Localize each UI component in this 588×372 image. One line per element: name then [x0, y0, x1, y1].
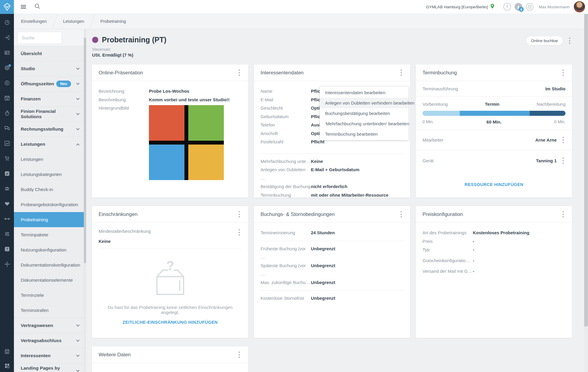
sidebar-scrollbar-thumb[interactable] [84, 38, 86, 263]
breadcrumb-einstellungen[interactable]: Einstellungen [21, 19, 47, 24]
sidebar-item-interessenten[interactable]: Interessenten [14, 348, 84, 363]
help-square-icon[interactable]: ? [4, 246, 10, 252]
chat-icon[interactable] [4, 126, 10, 131]
mitarbeiter-kebab[interactable] [561, 136, 565, 144]
menu-toggle-button[interactable] [21, 4, 26, 9]
sidebar-item-buddy-checkin[interactable]: Buddy Check-in [14, 182, 84, 197]
min-age-value: Keine [99, 239, 242, 244]
menu-item-buchungsbestaetigung-bearbeiten[interactable]: Buchungsbestätigung bearbeiten [320, 108, 409, 118]
phase-bar-termin [460, 111, 530, 116]
sidebar-item-probetraining[interactable]: Probetraining [14, 212, 84, 227]
min-age-label: Mindestalterbeschränkung [99, 229, 151, 234]
community-icon[interactable] [4, 186, 10, 191]
download-updates-icon[interactable]: 4 [515, 3, 522, 11]
sidebar-item-dokumentationselemente[interactable]: Dokumentationselemente [14, 272, 84, 288]
sidebar-item-rechnungsstellung[interactable]: Rechnungsstellung [14, 121, 84, 137]
page-kebab-menu[interactable] [567, 37, 572, 44]
sidebar-search-wrap [14, 29, 84, 46]
sidebar-item-oeffnungszeiten[interactable]: ÖffnungszeitenNeu [14, 76, 84, 91]
member-card-icon[interactable] [4, 50, 10, 55]
buchung-kebab[interactable] [399, 211, 404, 218]
configuration-sliders-icon[interactable] [4, 231, 10, 237]
chevron-down-icon [76, 81, 79, 85]
neu-badge: Neu [56, 81, 71, 87]
interessentendaten-context-menu: Interessentendaten bearbeiten Anlegen vo… [320, 86, 409, 140]
tasks-icon[interactable] [4, 171, 10, 176]
empty-restrictions-text: Du hast für das Probetraining keine zeit… [99, 305, 242, 315]
sidebar-item-nutzungskonfiguration[interactable]: Nutzungskonfiguration [14, 242, 84, 257]
svg-text:€: € [6, 81, 8, 84]
breadcrumb-leistungen[interactable]: Leistungen [63, 19, 84, 24]
sidebar-item-landing-pages[interactable]: Landing Pages by MySports [14, 363, 84, 372]
status-badge: Online buchbar [526, 36, 563, 45]
menu-item-mehrfachbuchung-unterbinden-bearbeiten[interactable]: 'Mehrfachbuchung unterbinden' bearbeiten [320, 118, 409, 129]
card-title: Interessentendaten [261, 70, 304, 76]
studio-location-label[interactable]: GYMLAB Hamburg [Europe/Berlin] [426, 5, 488, 9]
history-clock-icon[interactable] [526, 3, 534, 11]
sidebar-item-leistungen-group[interactable]: Leistungen [14, 137, 84, 152]
sidebar-item-terminstrafen[interactable]: Terminstrafen [14, 303, 84, 318]
add-resource-link[interactable]: RESSOURCE HINZUFÜGEN [416, 182, 572, 187]
sidebar-item-leistungskategorien[interactable]: Leistungskategorien [14, 167, 84, 182]
page-scrollbar[interactable] [584, 14, 588, 372]
tax-rate-label: Steuersatz [92, 47, 572, 52]
interessentendaten-kebab[interactable] [399, 69, 404, 76]
sidebar-item-uebersicht[interactable]: Übersicht [14, 46, 84, 61]
terminbuchung-kebab[interactable] [561, 69, 565, 76]
geraet-kebab[interactable] [561, 157, 565, 164]
dashboard-icon[interactable] [4, 20, 10, 25]
sidebar-scrollbar[interactable] [84, 29, 86, 372]
apps-grid-icon[interactable] [4, 363, 10, 368]
statistics-icon[interactable] [4, 141, 10, 146]
breadcrumb-probetraining[interactable]: Probetraining [100, 19, 126, 24]
sidebar-item-studio[interactable]: Studio [14, 61, 84, 76]
checkin-icon[interactable] [4, 35, 10, 40]
card-title: Weitere Daten [99, 352, 131, 358]
sidebar-item-vertragswesen[interactable]: Vertragswesen [14, 318, 84, 333]
sidebar-item-terminpakete[interactable]: Terminpakete [14, 227, 84, 242]
page-header: Probetraining (PT) Steuersatz USt. Ermäß… [92, 29, 572, 57]
einschraenkungen-kebab[interactable] [237, 211, 242, 218]
card-buchungs-stornobedingungen: Buchungs- & Stornobedingungen Terminerin… [254, 206, 410, 338]
menu-item-interessentendaten-bearbeiten[interactable]: Interessentendaten bearbeiten [320, 87, 409, 98]
sidebar-item-terminziele[interactable]: Terminziele [14, 288, 84, 303]
sidebar-item-finanzen[interactable]: Finanzen [14, 91, 84, 106]
sidebar-item-leistungen[interactable]: Leistungen [14, 152, 84, 167]
cart-icon[interactable] [4, 156, 10, 161]
empty-box-illustration: ? [99, 259, 242, 296]
search-input[interactable] [17, 32, 62, 44]
help-icon[interactable]: ? [503, 3, 511, 11]
page-scrollbar-thumb[interactable] [584, 14, 588, 326]
svg-text:?: ? [6, 248, 8, 251]
chevron-down-icon [76, 112, 79, 115]
preis-kebab[interactable] [561, 211, 565, 218]
online-praesentation-kebab[interactable] [237, 69, 242, 76]
dumbbell-icon[interactable] [4, 216, 10, 222]
global-search-icon[interactable] [34, 3, 40, 10]
finance-icon[interactable]: € [4, 80, 10, 86]
stopwatch-icon[interactable] [4, 110, 10, 116]
main-content: Probetraining (PT) Steuersatz USt. Ermäß… [86, 29, 584, 372]
sidebar-item-dokumentationskonfiguration[interactable]: Dokumentationskonfiguration [14, 257, 84, 272]
shop-icon[interactable] [4, 349, 10, 354]
sidebar-item-finion[interactable]: Finion Financial Solutions [14, 106, 84, 121]
brand-logo[interactable] [0, 0, 14, 14]
appointment-phase-bar [422, 111, 565, 116]
card-title: Preiskonfiguration [422, 211, 463, 217]
min-age-kebab[interactable] [237, 229, 242, 236]
add-time-restriction-link[interactable]: ZEITLICHE-EINSCHRÄNKUNG HINZUFÜGEN [99, 320, 242, 325]
sidebar-item-probeangebotskonfiguration[interactable]: Probeangebotskonfiguration [14, 197, 84, 212]
health-heart-icon[interactable] [4, 201, 10, 206]
move-icon[interactable] [4, 262, 10, 267]
chevron-down-icon [76, 368, 79, 372]
breadcrumb-separator [52, 14, 58, 29]
avatar[interactable] [574, 1, 585, 12]
calendar-icon[interactable]: 12 [4, 95, 10, 101]
sidebar-item-vertragsabschluss[interactable]: Vertragsabschluss [14, 333, 84, 348]
menu-item-terminbuchung-bearbeiten[interactable]: Terminbuchung bearbeiten [320, 129, 409, 139]
menu-item-dubletten-verhindern-bearbeiten[interactable]: Anlegen von Dubletten verhindern bearbei… [320, 98, 409, 108]
topbar-right-cluster: GYMLAB Hamburg [Europe/Berlin] ? 4 Max M… [426, 1, 588, 12]
weitere-daten-kebab[interactable] [237, 351, 242, 358]
campaigns-icon[interactable] [4, 65, 10, 70]
user-name-label[interactable]: Max Mustermann [539, 5, 570, 9]
